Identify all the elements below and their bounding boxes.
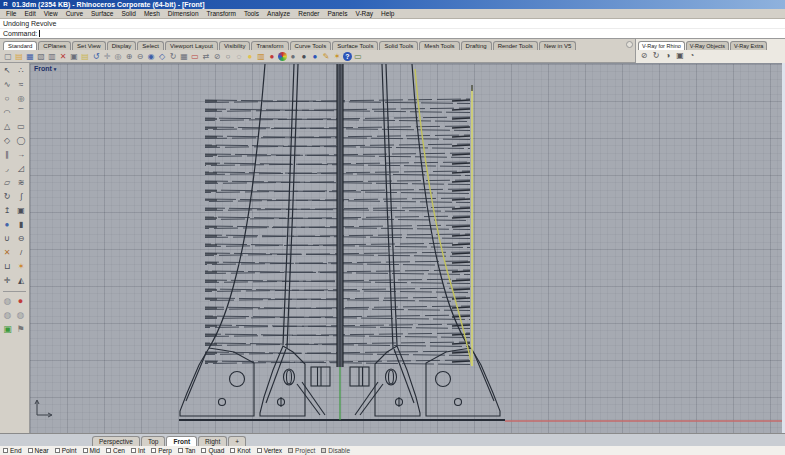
print-icon[interactable]: ▧: [36, 51, 46, 62]
sphere-blue-icon[interactable]: ●: [310, 51, 320, 62]
menu-edit[interactable]: Edit: [20, 9, 39, 18]
menu-dimension[interactable]: Dimension: [164, 9, 203, 18]
toolbar-tab-render-tools[interactable]: Render Tools: [493, 41, 538, 50]
circle-icon[interactable]: ○: [1, 93, 14, 105]
mirror-icon[interactable]: ◭: [15, 275, 28, 287]
gear-options-icon[interactable]: ✶: [332, 51, 342, 62]
chamfer-curve-icon[interactable]: ◿: [15, 163, 28, 175]
right-outer-foot-hole-small[interactable]: [455, 399, 462, 406]
zoom-window-icon[interactable]: ◉: [146, 51, 156, 62]
osnap-tan[interactable]: Tan: [178, 447, 195, 454]
menu-solid[interactable]: Solid: [117, 9, 139, 18]
zoom-dynamic-icon[interactable]: ◎: [113, 51, 123, 62]
osnap-vertex[interactable]: Vertex: [257, 447, 282, 454]
menu-render[interactable]: Render: [294, 9, 323, 18]
zoom-in-icon[interactable]: ⊕: [124, 51, 134, 62]
menu-tools[interactable]: Tools: [240, 9, 263, 18]
fillet-curve-icon[interactable]: ◞: [1, 163, 14, 175]
solid-sphere-icon[interactable]: ●: [1, 219, 14, 231]
osnap-quad[interactable]: Quad: [201, 447, 224, 454]
boolean-difference-icon[interactable]: ⊖: [15, 233, 28, 245]
toolbar-tab-new-in-v5[interactable]: New in V5: [539, 41, 576, 50]
front-viewport[interactable]: Front ▾: [30, 63, 782, 433]
save-icon[interactable]: ▦: [25, 51, 35, 62]
hide-object-icon[interactable]: ⊘: [212, 51, 222, 62]
undo-view-icon[interactable]: ⇄: [201, 51, 211, 62]
menu-panels[interactable]: Panels: [324, 9, 352, 18]
center-mast[interactable]: [337, 64, 343, 367]
copy-icon[interactable]: ▣: [69, 51, 79, 62]
lamp-white-icon[interactable]: ◍: [2, 295, 14, 307]
rainbow-sphere-icon[interactable]: ●: [278, 52, 287, 61]
help-icon[interactable]: ?: [343, 52, 352, 61]
viewport-title[interactable]: Front ▾: [34, 65, 56, 72]
osnap-cen[interactable]: Cen: [106, 447, 125, 454]
solid-cylinder-icon[interactable]: ▮: [15, 219, 28, 231]
viewport-tab-front[interactable]: Front: [166, 436, 197, 446]
osnap-near[interactable]: Near: [28, 447, 49, 454]
undo-icon[interactable]: ↺: [91, 51, 101, 62]
solid-box-icon[interactable]: ▣: [15, 205, 28, 217]
toolbar-tab-surface-tools[interactable]: Surface Tools: [332, 41, 378, 50]
new-viewport-tab[interactable]: +: [228, 436, 246, 446]
viewport-title-dropdown-icon[interactable]: ▾: [54, 66, 57, 72]
osnap-int[interactable]: Int: [131, 447, 145, 454]
arc-icon[interactable]: ◠: [1, 107, 14, 119]
split-icon[interactable]: /: [15, 247, 28, 259]
left-outer-foot[interactable]: [180, 348, 254, 416]
viewport-tab-right[interactable]: Right: [198, 436, 227, 446]
lamp-render-icon[interactable]: ●: [245, 51, 255, 62]
extrude-icon[interactable]: ↥: [1, 205, 14, 217]
surface-plane-icon[interactable]: ▱: [1, 177, 14, 189]
viewport-layout-icon[interactable]: ▦: [179, 51, 189, 62]
lamp-gray-1-icon[interactable]: ◍: [2, 309, 14, 321]
toolbar-tab-mesh-tools[interactable]: Mesh Tools: [419, 41, 459, 50]
menu-v-ray[interactable]: V-Ray: [351, 9, 377, 18]
open-folder-icon[interactable]: ▤: [14, 51, 24, 62]
menu-file[interactable]: File: [2, 9, 20, 18]
vray-tab-v-ray-objects[interactable]: V-Ray Objects: [686, 41, 729, 50]
menu-view[interactable]: View: [40, 9, 62, 18]
sweep-icon[interactable]: ∫: [15, 191, 28, 203]
toolbar-options-icon[interactable]: [626, 41, 633, 48]
toolbar-tab-set-view[interactable]: Set View: [72, 41, 106, 50]
layer-icon[interactable]: ▥: [256, 51, 266, 62]
osnap-end[interactable]: End: [3, 447, 22, 454]
circle-diameter-icon[interactable]: ◎: [15, 93, 28, 105]
menu-surface[interactable]: Surface: [87, 9, 117, 18]
polyline-icon[interactable]: △: [1, 121, 14, 133]
lamp-red-icon[interactable]: ●: [15, 295, 27, 307]
vray-logo-icon[interactable]: ⊘: [639, 51, 649, 61]
osnap-mid[interactable]: Mid: [83, 447, 100, 454]
material-sphere-red-icon[interactable]: ●: [267, 51, 277, 62]
viewport-tab-perspective[interactable]: Perspective: [92, 436, 140, 446]
toolbar-tab-solid-tools[interactable]: Solid Tools: [379, 41, 418, 50]
osnap-disable[interactable]: Disable: [321, 447, 350, 454]
control-points-icon[interactable]: ∴: [15, 65, 28, 77]
lock-object-icon[interactable]: ◌: [234, 51, 244, 62]
vray-tab-v-ray-for-rhino[interactable]: V-Ray for Rhino: [638, 41, 685, 50]
sphere-gray-icon[interactable]: ●: [288, 51, 298, 62]
toolbar-tab-visibility[interactable]: Visibility: [219, 41, 251, 50]
rotate-view-icon[interactable]: ↻: [168, 51, 178, 62]
menu-mesh[interactable]: Mesh: [140, 9, 164, 18]
select-pointer-icon[interactable]: ↖: [1, 65, 14, 77]
surface-loft-icon[interactable]: ≋: [15, 177, 28, 189]
extend-curve-icon[interactable]: →: [15, 149, 28, 161]
menu-curve[interactable]: Curve: [62, 9, 87, 18]
lamp-gray-2-icon[interactable]: ◍: [15, 309, 27, 321]
polygon-icon[interactable]: ◇: [1, 135, 14, 147]
curve-freeform-icon[interactable]: ∿: [1, 79, 14, 91]
toolbar-tab-curve-tools[interactable]: Curve Tools: [290, 41, 332, 50]
vray-tab-v-ray-extra[interactable]: V-Ray Extra: [730, 41, 767, 50]
new-file-icon[interactable]: ▢: [3, 51, 13, 62]
left-outer-leg-curve[interactable]: [209, 64, 265, 348]
offset-curve-icon[interactable]: ∥: [1, 149, 14, 161]
menu-analyze[interactable]: Analyze: [263, 9, 294, 18]
toolbar-tab-cplanes[interactable]: CPlanes: [38, 41, 71, 50]
menu-help[interactable]: Help: [377, 9, 398, 18]
curve-arc-icon[interactable]: ⌒: [15, 107, 28, 119]
flag-icon[interactable]: ⚑: [15, 323, 27, 335]
show-object-icon[interactable]: ○: [223, 51, 233, 62]
paste-icon[interactable]: ▤: [80, 51, 90, 62]
